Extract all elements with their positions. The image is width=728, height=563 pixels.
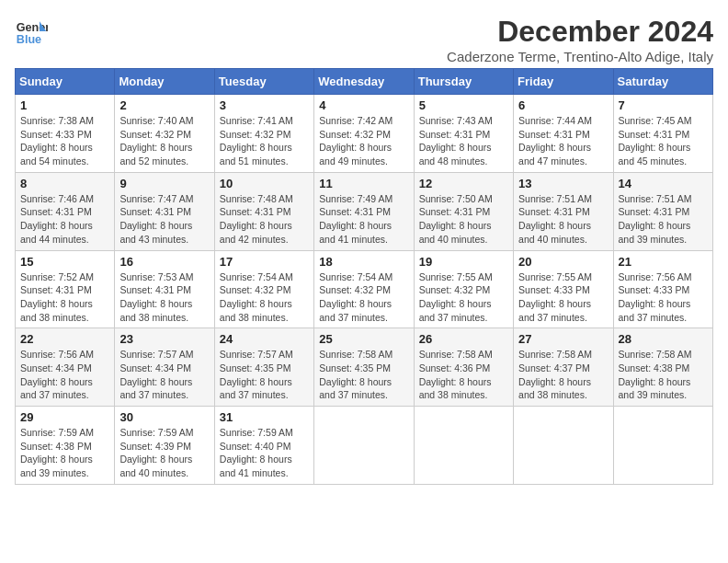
day-info: Sunrise: 7:47 AM Sunset: 4:31 PM Dayligh… <box>119 192 209 247</box>
calendar-day-16: 16Sunrise: 7:53 AM Sunset: 4:31 PM Dayli… <box>115 250 214 328</box>
day-number: 26 <box>419 332 508 346</box>
day-info: Sunrise: 7:58 AM Sunset: 4:37 PM Dayligh… <box>518 348 608 402</box>
weekday-header-tuesday: Tuesday <box>214 69 313 95</box>
day-info: Sunrise: 7:55 AM Sunset: 4:33 PM Dayligh… <box>518 270 608 325</box>
title-section: December 2024 Caderzone Terme, Trentino-… <box>447 15 713 64</box>
calendar-day-27: 27Sunrise: 7:58 AM Sunset: 4:37 PM Dayli… <box>514 328 613 407</box>
calendar-day-20: 20Sunrise: 7:55 AM Sunset: 4:33 PM Dayli… <box>514 250 613 328</box>
weekday-header-row: SundayMondayTuesdayWednesdayThursdayFrid… <box>16 69 713 95</box>
day-number: 1 <box>20 98 109 112</box>
location-subtitle: Caderzone Terme, Trentino-Alto Adige, It… <box>447 49 713 64</box>
day-number: 15 <box>20 255 109 269</box>
calendar-day-22: 22Sunrise: 7:56 AM Sunset: 4:34 PM Dayli… <box>16 328 115 407</box>
weekday-header-thursday: Thursday <box>414 69 513 95</box>
day-number: 9 <box>119 177 209 190</box>
day-info: Sunrise: 7:55 AM Sunset: 4:32 PM Dayligh… <box>419 270 508 325</box>
weekday-header-friday: Friday <box>514 69 613 95</box>
calendar-day-5: 5Sunrise: 7:43 AM Sunset: 4:31 PM Daylig… <box>414 95 513 173</box>
day-info: Sunrise: 7:51 AM Sunset: 4:31 PM Dayligh… <box>619 192 708 247</box>
day-info: Sunrise: 7:51 AM Sunset: 4:31 PM Dayligh… <box>518 192 608 247</box>
day-number: 19 <box>419 255 508 269</box>
day-number: 7 <box>619 98 708 112</box>
day-number: 22 <box>20 332 109 346</box>
day-info: Sunrise: 7:57 AM Sunset: 4:34 PM Dayligh… <box>119 348 209 402</box>
empty-cell <box>414 407 513 485</box>
day-info: Sunrise: 7:38 AM Sunset: 4:33 PM Dayligh… <box>20 114 109 168</box>
calendar-day-24: 24Sunrise: 7:57 AM Sunset: 4:35 PM Dayli… <box>214 328 313 407</box>
weekday-header-saturday: Saturday <box>613 69 712 95</box>
calendar-day-9: 9Sunrise: 7:47 AM Sunset: 4:31 PM Daylig… <box>115 172 214 250</box>
day-info: Sunrise: 7:59 AM Sunset: 4:38 PM Dayligh… <box>20 426 109 480</box>
day-info: Sunrise: 7:56 AM Sunset: 4:34 PM Dayligh… <box>20 348 109 402</box>
empty-cell <box>314 407 414 485</box>
day-number: 25 <box>319 332 408 346</box>
empty-cell <box>613 407 712 485</box>
day-number: 12 <box>419 177 508 190</box>
weekday-header-sunday: Sunday <box>16 69 115 95</box>
day-info: Sunrise: 7:44 AM Sunset: 4:31 PM Dayligh… <box>518 114 608 168</box>
calendar-day-21: 21Sunrise: 7:56 AM Sunset: 4:33 PM Dayli… <box>613 250 712 328</box>
weekday-header-wednesday: Wednesday <box>314 69 414 95</box>
calendar-table: SundayMondayTuesdayWednesdayThursdayFrid… <box>15 68 713 485</box>
calendar-day-13: 13Sunrise: 7:51 AM Sunset: 4:31 PM Dayli… <box>514 172 613 250</box>
day-number: 24 <box>220 332 309 346</box>
logo-icon: General Blue <box>15 15 48 48</box>
day-info: Sunrise: 7:52 AM Sunset: 4:31 PM Dayligh… <box>20 270 109 325</box>
day-info: Sunrise: 7:57 AM Sunset: 4:35 PM Dayligh… <box>220 348 309 402</box>
calendar-day-14: 14Sunrise: 7:51 AM Sunset: 4:31 PM Dayli… <box>613 172 712 250</box>
calendar-day-18: 18Sunrise: 7:54 AM Sunset: 4:32 PM Dayli… <box>314 250 414 328</box>
calendar-week-3: 15Sunrise: 7:52 AM Sunset: 4:31 PM Dayli… <box>16 250 713 328</box>
logo: General Blue <box>15 15 48 48</box>
calendar-day-29: 29Sunrise: 7:59 AM Sunset: 4:38 PM Dayli… <box>16 407 115 485</box>
day-info: Sunrise: 7:41 AM Sunset: 4:32 PM Dayligh… <box>220 114 309 168</box>
day-number: 28 <box>619 332 708 346</box>
calendar-day-10: 10Sunrise: 7:48 AM Sunset: 4:31 PM Dayli… <box>214 172 313 250</box>
day-info: Sunrise: 7:42 AM Sunset: 4:32 PM Dayligh… <box>319 114 408 168</box>
calendar-day-30: 30Sunrise: 7:59 AM Sunset: 4:39 PM Dayli… <box>115 407 214 485</box>
calendar-day-17: 17Sunrise: 7:54 AM Sunset: 4:32 PM Dayli… <box>214 250 313 328</box>
day-info: Sunrise: 7:46 AM Sunset: 4:31 PM Dayligh… <box>20 192 109 247</box>
day-info: Sunrise: 7:43 AM Sunset: 4:31 PM Dayligh… <box>419 114 508 168</box>
day-info: Sunrise: 7:59 AM Sunset: 4:39 PM Dayligh… <box>119 426 209 480</box>
day-info: Sunrise: 7:54 AM Sunset: 4:32 PM Dayligh… <box>319 270 408 325</box>
calendar-day-12: 12Sunrise: 7:50 AM Sunset: 4:31 PM Dayli… <box>414 172 513 250</box>
day-info: Sunrise: 7:48 AM Sunset: 4:31 PM Dayligh… <box>220 192 309 247</box>
calendar-day-6: 6Sunrise: 7:44 AM Sunset: 4:31 PM Daylig… <box>514 95 613 173</box>
calendar-week-4: 22Sunrise: 7:56 AM Sunset: 4:34 PM Dayli… <box>16 328 713 407</box>
day-number: 6 <box>518 98 608 112</box>
empty-cell <box>514 407 613 485</box>
day-info: Sunrise: 7:58 AM Sunset: 4:38 PM Dayligh… <box>619 348 708 402</box>
day-number: 29 <box>20 410 109 424</box>
day-info: Sunrise: 7:40 AM Sunset: 4:32 PM Dayligh… <box>119 114 209 168</box>
day-number: 13 <box>518 177 608 190</box>
weekday-header-monday: Monday <box>115 69 214 95</box>
calendar-week-2: 8Sunrise: 7:46 AM Sunset: 4:31 PM Daylig… <box>16 172 713 250</box>
calendar-day-28: 28Sunrise: 7:58 AM Sunset: 4:38 PM Dayli… <box>613 328 712 407</box>
calendar-day-25: 25Sunrise: 7:58 AM Sunset: 4:35 PM Dayli… <box>314 328 414 407</box>
day-info: Sunrise: 7:58 AM Sunset: 4:35 PM Dayligh… <box>319 348 408 402</box>
svg-text:Blue: Blue <box>17 33 41 46</box>
calendar-day-31: 31Sunrise: 7:59 AM Sunset: 4:40 PM Dayli… <box>214 407 313 485</box>
calendar-week-5: 29Sunrise: 7:59 AM Sunset: 4:38 PM Dayli… <box>16 407 713 485</box>
day-number: 5 <box>419 98 508 112</box>
calendar-day-19: 19Sunrise: 7:55 AM Sunset: 4:32 PM Dayli… <box>414 250 513 328</box>
day-info: Sunrise: 7:54 AM Sunset: 4:32 PM Dayligh… <box>220 270 309 325</box>
day-number: 16 <box>119 255 209 269</box>
calendar-day-15: 15Sunrise: 7:52 AM Sunset: 4:31 PM Dayli… <box>16 250 115 328</box>
day-info: Sunrise: 7:59 AM Sunset: 4:40 PM Dayligh… <box>220 426 309 480</box>
day-number: 18 <box>319 255 408 269</box>
calendar-day-8: 8Sunrise: 7:46 AM Sunset: 4:31 PM Daylig… <box>16 172 115 250</box>
day-number: 30 <box>119 410 209 424</box>
calendar-day-11: 11Sunrise: 7:49 AM Sunset: 4:31 PM Dayli… <box>314 172 414 250</box>
calendar-day-7: 7Sunrise: 7:45 AM Sunset: 4:31 PM Daylig… <box>613 95 712 173</box>
day-number: 21 <box>619 255 708 269</box>
page-header: General Blue December 2024 Caderzone Ter… <box>15 15 713 64</box>
day-number: 11 <box>319 177 408 190</box>
day-number: 8 <box>20 177 109 190</box>
calendar-day-3: 3Sunrise: 7:41 AM Sunset: 4:32 PM Daylig… <box>214 95 313 173</box>
calendar-day-26: 26Sunrise: 7:58 AM Sunset: 4:36 PM Dayli… <box>414 328 513 407</box>
calendar-day-2: 2Sunrise: 7:40 AM Sunset: 4:32 PM Daylig… <box>115 95 214 173</box>
day-number: 17 <box>220 255 309 269</box>
day-number: 3 <box>220 98 309 112</box>
day-number: 31 <box>220 410 309 424</box>
